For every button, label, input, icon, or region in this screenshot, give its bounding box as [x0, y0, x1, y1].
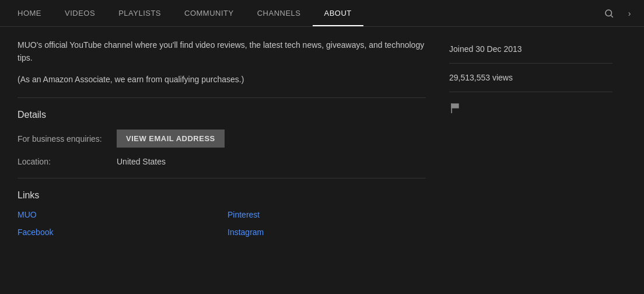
- channel-description: MUO's official YouTube channel where you…: [18, 38, 426, 86]
- svg-point-0: [606, 10, 612, 16]
- link-muo[interactable]: MUO: [18, 210, 216, 219]
- link-facebook[interactable]: Facebook: [18, 228, 216, 237]
- divider-1: [18, 97, 426, 98]
- nav-channels[interactable]: CHANNELS: [246, 0, 313, 26]
- search-icon[interactable]: [597, 0, 621, 26]
- links-section: Links MUO Pinterest Facebook Instagram: [18, 190, 426, 237]
- description-line-2: (As an Amazon Associate, we earn from qu…: [18, 73, 426, 86]
- link-instagram[interactable]: Instagram: [228, 228, 426, 237]
- business-label: For business enquiries:: [18, 134, 117, 144]
- svg-rect-2: [451, 103, 452, 113]
- divider-2: [18, 178, 426, 178]
- sidebar: Joined 30 Dec 2013 29,513,553 views: [449, 38, 612, 237]
- view-email-button[interactable]: VIEW EMAIL ADDRESS: [117, 130, 225, 148]
- nav-about[interactable]: ABOUT: [313, 0, 363, 26]
- links-grid: MUO Pinterest Facebook Instagram: [18, 210, 426, 237]
- more-icon[interactable]: ›: [621, 0, 638, 26]
- nav-videos[interactable]: VIDEOS: [53, 0, 107, 26]
- navigation-bar: HOME VIDEOS PLAYLISTS COMMUNITY CHANNELS…: [0, 0, 644, 27]
- location-value: United States: [117, 157, 166, 166]
- links-title: Links: [18, 190, 426, 201]
- joined-date: Joined 30 Dec 2013: [449, 44, 612, 54]
- location-row: Location: United States: [18, 157, 426, 166]
- nav-playlists[interactable]: PLAYLISTS: [107, 0, 173, 26]
- sidebar-divider-2: [449, 92, 612, 92]
- flag-icon[interactable]: [449, 102, 612, 116]
- nav-home[interactable]: HOME: [6, 0, 53, 26]
- main-content: MUO's official YouTube channel where you…: [18, 38, 426, 237]
- details-section: Details For business enquiries: VIEW EMA…: [18, 110, 426, 166]
- business-enquiries-row: For business enquiries: VIEW EMAIL ADDRE…: [18, 130, 426, 148]
- nav-community[interactable]: COMMUNITY: [173, 0, 246, 26]
- svg-line-1: [611, 15, 612, 17]
- content-wrapper: MUO's official YouTube channel where you…: [0, 27, 644, 249]
- location-label: Location:: [18, 157, 117, 166]
- sidebar-divider-1: [449, 63, 612, 64]
- details-title: Details: [18, 110, 426, 120]
- link-pinterest[interactable]: Pinterest: [228, 210, 426, 219]
- description-line-1: MUO's official YouTube channel where you…: [18, 38, 426, 65]
- views-count: 29,513,553 views: [449, 73, 612, 82]
